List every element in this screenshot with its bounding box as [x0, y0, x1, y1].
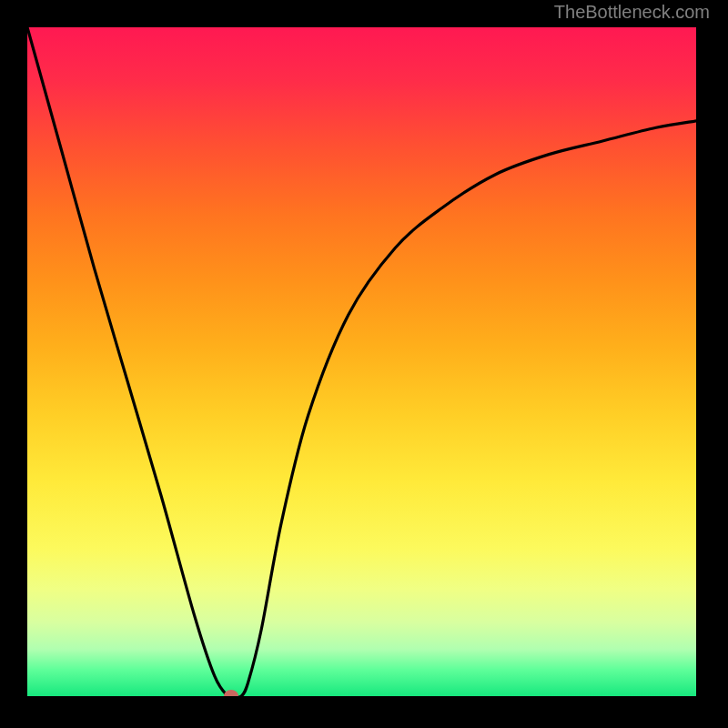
plot-area	[27, 27, 696, 696]
bottleneck-curve	[27, 27, 696, 696]
curve-svg	[27, 27, 696, 696]
minimum-marker-icon	[224, 690, 238, 696]
watermark-text: TheBottleneck.com	[554, 2, 710, 23]
